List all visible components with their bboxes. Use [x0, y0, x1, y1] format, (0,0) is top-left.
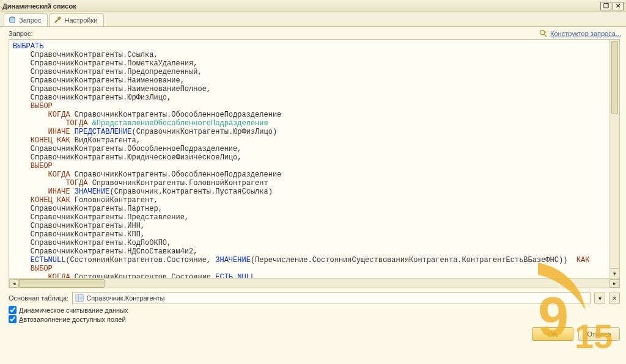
base-table-select-button[interactable]: ▾ — [594, 293, 605, 304]
vertical-scrollbar[interactable]: ▾ — [609, 40, 619, 278]
scroll-right-arrow[interactable]: ▸ — [609, 279, 619, 288]
base-table-value: Справочник.Контрагенты — [86, 294, 164, 302]
base-table-clear-button[interactable]: ✕ — [609, 293, 620, 304]
cancel-button[interactable]: Отмена — [578, 327, 620, 341]
tab-settings-label: Настройки — [64, 16, 97, 24]
query-editor[interactable]: ВЫБРАТЬ СправочникКонтрагенты.Ссылка, Сп… — [9, 39, 620, 288]
window-buttons: ❐ ✕ — [600, 2, 624, 10]
window-titlebar: Динамический список ❐ ✕ — [0, 0, 626, 12]
db-icon — [8, 16, 17, 24]
horizontal-scroll-track[interactable] — [19, 279, 609, 288]
autofill-label[interactable]: Автозаполнение доступных полей — [19, 316, 126, 323]
wrench-icon — [53, 16, 62, 24]
dynamic-read-label[interactable]: Динамическое считывание данных — [19, 307, 128, 314]
autofill-row: Автозаполнение доступных полей — [0, 315, 626, 324]
base-table-row: Основная таблица: Справочник.Контрагенты… — [0, 291, 626, 305]
dialog-footer: OK Отмена — [0, 324, 626, 344]
query-constructor-button[interactable]: Конструктор запроса... — [539, 29, 621, 38]
query-label-row: Запрос: Конструктор запроса... — [0, 27, 626, 39]
horizontal-scroll-thumb[interactable] — [19, 279, 105, 288]
horizontal-scrollbar[interactable]: ◂ ▸ — [9, 278, 619, 288]
query-constructor-label: Конструктор запроса... — [550, 30, 621, 37]
window-restore-button[interactable]: ❐ — [600, 2, 611, 10]
query-text[interactable]: ВЫБРАТЬ СправочникКонтрагенты.Ссылка, Сп… — [9, 40, 609, 278]
ok-button[interactable]: OK — [532, 327, 573, 341]
base-table-input[interactable]: Справочник.Контрагенты — [72, 292, 591, 304]
tab-query[interactable]: Запрос — [4, 13, 48, 26]
dynamic-read-row: Динамическое считывание данных — [0, 305, 626, 315]
tab-settings[interactable]: Настройки — [49, 13, 104, 26]
tab-query-label: Запрос — [19, 16, 41, 24]
svg-point-1 — [540, 31, 545, 35]
dynamic-read-checkbox[interactable] — [9, 306, 17, 314]
autofill-checkbox[interactable] — [9, 315, 17, 323]
window-title: Динамический список — [2, 2, 76, 10]
magic-icon — [539, 29, 548, 38]
table-icon — [75, 294, 84, 302]
scroll-down-arrow[interactable]: ▾ — [610, 268, 619, 278]
window-close-button[interactable]: ✕ — [613, 2, 624, 10]
query-label: Запрос: — [9, 30, 33, 37]
tabs-bar: Запрос Настройки — [0, 12, 626, 27]
base-table-label: Основная таблица: — [9, 294, 68, 302]
vertical-scroll-thumb[interactable] — [611, 41, 618, 114]
scroll-left-arrow[interactable]: ◂ — [9, 279, 19, 288]
svg-rect-2 — [76, 295, 83, 302]
